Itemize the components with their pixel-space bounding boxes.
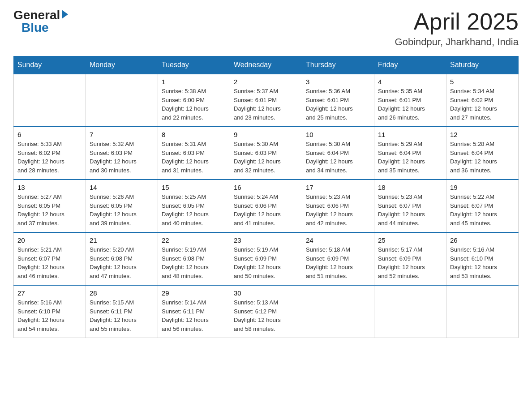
logo-blue-text: Blue [13,21,49,34]
day-number: 10 [306,131,370,138]
day-number: 5 [450,78,515,86]
calendar-day-cell [86,74,158,127]
logo: General Blue [13,9,68,34]
day-info: Sunrise: 5:37 AMSunset: 6:01 PMDaylight:… [234,87,298,122]
day-info: Sunrise: 5:34 AMSunset: 6:02 PMDaylight:… [450,87,515,122]
calendar-day-cell: 20Sunrise: 5:21 AMSunset: 6:07 PMDayligh… [14,232,86,285]
day-info: Sunrise: 5:16 AMSunset: 6:10 PMDaylight:… [450,245,515,280]
day-number: 14 [90,184,154,191]
day-info: Sunrise: 5:38 AMSunset: 6:00 PMDaylight:… [162,87,226,122]
day-info: Sunrise: 5:16 AMSunset: 6:10 PMDaylight:… [17,298,82,333]
calendar-day-cell: 13Sunrise: 5:27 AMSunset: 6:05 PMDayligh… [14,180,86,232]
day-number: 8 [162,131,226,138]
calendar-week-row: 20Sunrise: 5:21 AMSunset: 6:07 PMDayligh… [14,232,519,285]
month-title: April 2025 [395,9,519,34]
logo-general-text: General [13,9,60,21]
day-number: 7 [90,131,154,138]
day-info: Sunrise: 5:29 AMSunset: 6:04 PMDaylight:… [378,140,442,175]
calendar-day-cell: 17Sunrise: 5:23 AMSunset: 6:06 PMDayligh… [302,180,374,232]
logo-arrow-icon [62,10,68,19]
calendar-body: 1Sunrise: 5:38 AMSunset: 6:00 PMDaylight… [14,74,519,338]
day-number: 28 [90,289,154,297]
day-info: Sunrise: 5:23 AMSunset: 6:07 PMDaylight:… [378,193,442,227]
calendar-day-cell: 29Sunrise: 5:14 AMSunset: 6:11 PMDayligh… [158,285,230,338]
page-header: General Blue April 2025 Gobindpur, Jhark… [13,9,519,48]
calendar-day-cell: 19Sunrise: 5:22 AMSunset: 6:07 PMDayligh… [446,180,519,232]
day-info: Sunrise: 5:30 AMSunset: 6:03 PMDaylight:… [234,140,298,175]
calendar-week-row: 1Sunrise: 5:38 AMSunset: 6:00 PMDaylight… [14,74,519,127]
calendar-day-cell: 5Sunrise: 5:34 AMSunset: 6:02 PMDaylight… [446,74,519,127]
calendar-day-cell: 26Sunrise: 5:16 AMSunset: 6:10 PMDayligh… [446,232,519,285]
day-number: 26 [450,236,515,244]
calendar-day-cell: 16Sunrise: 5:24 AMSunset: 6:06 PMDayligh… [230,180,302,232]
day-info: Sunrise: 5:13 AMSunset: 6:12 PMDaylight:… [234,298,298,333]
day-number: 1 [162,78,226,86]
calendar-day-cell [374,285,446,338]
calendar-day-cell: 4Sunrise: 5:35 AMSunset: 6:01 PMDaylight… [374,74,446,127]
weekday-header-row: SundayMondayTuesdayWednesdayThursdayFrid… [14,56,519,74]
day-number: 13 [17,184,82,191]
day-number: 4 [378,78,442,86]
calendar-day-cell: 25Sunrise: 5:17 AMSunset: 6:09 PMDayligh… [374,232,446,285]
day-info: Sunrise: 5:23 AMSunset: 6:06 PMDaylight:… [306,193,370,227]
day-number: 22 [162,236,226,244]
weekday-header-cell: Saturday [446,56,519,74]
day-info: Sunrise: 5:22 AMSunset: 6:07 PMDaylight:… [450,193,515,227]
day-info: Sunrise: 5:36 AMSunset: 6:01 PMDaylight:… [306,87,370,122]
day-info: Sunrise: 5:33 AMSunset: 6:02 PMDaylight:… [17,140,82,175]
calendar-day-cell: 1Sunrise: 5:38 AMSunset: 6:00 PMDaylight… [158,74,230,127]
calendar-day-cell: 11Sunrise: 5:29 AMSunset: 6:04 PMDayligh… [374,127,446,180]
calendar-day-cell: 28Sunrise: 5:15 AMSunset: 6:11 PMDayligh… [86,285,158,338]
day-number: 25 [378,236,442,244]
calendar-day-cell: 24Sunrise: 5:18 AMSunset: 6:09 PMDayligh… [302,232,374,285]
day-info: Sunrise: 5:19 AMSunset: 6:08 PMDaylight:… [162,245,226,280]
day-number: 30 [234,289,298,297]
calendar-day-cell: 30Sunrise: 5:13 AMSunset: 6:12 PMDayligh… [230,285,302,338]
day-info: Sunrise: 5:19 AMSunset: 6:09 PMDaylight:… [234,245,298,280]
calendar-day-cell: 27Sunrise: 5:16 AMSunset: 6:10 PMDayligh… [14,285,86,338]
day-info: Sunrise: 5:24 AMSunset: 6:06 PMDaylight:… [234,193,298,227]
day-number: 18 [378,184,442,191]
day-number: 24 [306,236,370,244]
day-number: 23 [234,236,298,244]
day-number: 17 [306,184,370,191]
calendar-day-cell: 9Sunrise: 5:30 AMSunset: 6:03 PMDaylight… [230,127,302,180]
title-block: April 2025 Gobindpur, Jharkhand, India [395,9,519,48]
calendar-day-cell: 14Sunrise: 5:26 AMSunset: 6:05 PMDayligh… [86,180,158,232]
calendar-day-cell: 21Sunrise: 5:20 AMSunset: 6:08 PMDayligh… [86,232,158,285]
calendar-table: SundayMondayTuesdayWednesdayThursdayFrid… [13,56,519,338]
day-number: 15 [162,184,226,191]
calendar-day-cell [14,74,86,127]
calendar-day-cell: 7Sunrise: 5:32 AMSunset: 6:03 PMDaylight… [86,127,158,180]
calendar-day-cell [446,285,519,338]
day-number: 6 [17,131,82,138]
calendar-day-cell: 18Sunrise: 5:23 AMSunset: 6:07 PMDayligh… [374,180,446,232]
calendar-day-cell: 10Sunrise: 5:30 AMSunset: 6:04 PMDayligh… [302,127,374,180]
day-info: Sunrise: 5:26 AMSunset: 6:05 PMDaylight:… [90,193,154,227]
calendar-day-cell: 23Sunrise: 5:19 AMSunset: 6:09 PMDayligh… [230,232,302,285]
calendar-week-row: 13Sunrise: 5:27 AMSunset: 6:05 PMDayligh… [14,180,519,232]
day-info: Sunrise: 5:15 AMSunset: 6:11 PMDaylight:… [90,298,154,333]
day-number: 2 [234,78,298,86]
day-info: Sunrise: 5:30 AMSunset: 6:04 PMDaylight:… [306,140,370,175]
calendar-day-cell: 6Sunrise: 5:33 AMSunset: 6:02 PMDaylight… [14,127,86,180]
calendar-day-cell: 12Sunrise: 5:28 AMSunset: 6:04 PMDayligh… [446,127,519,180]
day-info: Sunrise: 5:35 AMSunset: 6:01 PMDaylight:… [378,87,442,122]
day-info: Sunrise: 5:20 AMSunset: 6:08 PMDaylight:… [90,245,154,280]
day-info: Sunrise: 5:25 AMSunset: 6:05 PMDaylight:… [162,193,226,227]
calendar-week-row: 6Sunrise: 5:33 AMSunset: 6:02 PMDaylight… [14,127,519,180]
weekday-header-cell: Tuesday [158,56,230,74]
calendar-day-cell: 8Sunrise: 5:31 AMSunset: 6:03 PMDaylight… [158,127,230,180]
day-number: 29 [162,289,226,297]
day-info: Sunrise: 5:31 AMSunset: 6:03 PMDaylight:… [162,140,226,175]
weekday-header-cell: Thursday [302,56,374,74]
day-info: Sunrise: 5:28 AMSunset: 6:04 PMDaylight:… [450,140,515,175]
day-info: Sunrise: 5:14 AMSunset: 6:11 PMDaylight:… [162,298,226,333]
calendar-day-cell: 2Sunrise: 5:37 AMSunset: 6:01 PMDaylight… [230,74,302,127]
day-number: 20 [17,236,82,244]
day-number: 9 [234,131,298,138]
weekday-header-cell: Sunday [14,56,86,74]
day-info: Sunrise: 5:17 AMSunset: 6:09 PMDaylight:… [378,245,442,280]
day-info: Sunrise: 5:18 AMSunset: 6:09 PMDaylight:… [306,245,370,280]
day-number: 3 [306,78,370,86]
